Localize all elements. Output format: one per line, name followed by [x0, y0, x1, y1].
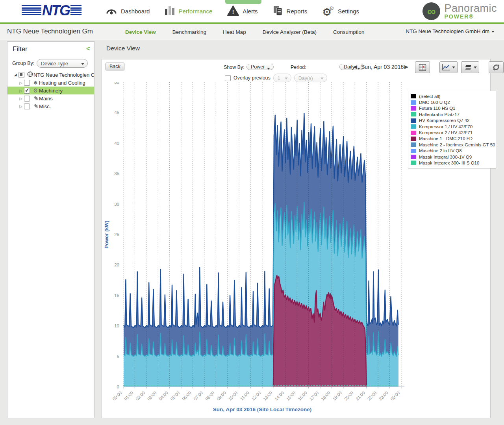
tree-item-mains[interactable]: ▷Mains — [7, 94, 94, 102]
chart-legend: (Select all)DMC 160 U Q2Futura 110 HS Q1… — [408, 91, 496, 168]
previous-day-button[interactable]: ◀ — [353, 64, 357, 70]
tree-item-ntg-neue-technologien-gr[interactable]: ◢NTG Neue Technologien Gr — [7, 71, 94, 79]
nav-item-performance[interactable]: Performance — [165, 5, 212, 18]
legend-item[interactable]: Hallenkrahn Platz17 — [411, 111, 493, 117]
expand-twisty-icon[interactable]: ▷ — [19, 89, 23, 93]
x-tick-label: 08:00 — [204, 390, 215, 401]
x-axis-title: Sun, Apr 03 2016 (Site Local Timezone) — [213, 407, 312, 412]
tree-item-heating-and-cooling[interactable]: ▷❄Heating and Cooling — [7, 79, 94, 87]
group-by-select[interactable]: Device Type — [37, 59, 88, 68]
gear-icon: ⚙⚙ — [322, 5, 334, 17]
expand-twisty-icon[interactable]: ▷ — [19, 104, 23, 109]
legend-swatch — [411, 155, 416, 159]
legend-item[interactable]: (Select all) — [411, 93, 493, 99]
device-tree: ◢NTG Neue Technologien Gr▷❄Heating and C… — [7, 71, 94, 110]
gear-icon: ⚙ — [32, 87, 39, 94]
legend-item[interactable]: Kompressor 1 / HV 42/F70 — [411, 124, 493, 129]
legend-item[interactable]: Maschine 2 - Iberimex Geminis GT 50 — [411, 142, 493, 148]
x-tick-label: 00:00 — [389, 390, 400, 401]
legend-label: Maschine 2 - Iberimex Geminis GT 50 — [419, 142, 495, 147]
reports-icon — [273, 5, 283, 18]
overlay-unit-select[interactable]: Day(s) — [294, 74, 327, 82]
legend-item[interactable]: Maschine 2 in HV Q8 — [411, 148, 493, 154]
y-tick-label: 20 — [114, 262, 119, 267]
tree-checkbox[interactable] — [24, 103, 30, 109]
x-tick-label: 14:00 — [274, 390, 285, 401]
tree-checkbox[interactable] — [24, 88, 30, 94]
tab-device-analyzer-beta-[interactable]: Device Analyzer (Beta) — [263, 29, 317, 35]
calendar-button[interactable] — [415, 61, 430, 73]
collapse-twisty-icon[interactable]: ◢ — [13, 73, 18, 77]
x-tick-label: 23:00 — [378, 390, 389, 401]
filter-panel: Filter < Group By: Device Type ◢NTG Neue… — [7, 41, 94, 418]
expand-twisty-icon[interactable]: ▷ — [19, 81, 23, 85]
chevron-down-icon — [321, 78, 324, 79]
x-tick-label: 18:00 — [320, 390, 331, 401]
nav-item-reports[interactable]: Reports — [273, 5, 308, 18]
next-day-button[interactable]: ▶ — [404, 64, 408, 70]
legend-item[interactable]: Futura 110 HS Q1 — [411, 105, 493, 111]
legend-item[interactable]: Mazak Integrex 300- III S Q10 — [411, 160, 493, 166]
nav-item-dashboard[interactable]: Dashboard — [106, 5, 150, 18]
chevron-down-icon — [357, 68, 360, 70]
legend-item[interactable]: DMC 160 U Q2 — [411, 99, 493, 105]
overlay-previous-label: Overlay previous — [233, 75, 271, 81]
device-view-panel: Back Show By: Power Period: Daily ◀ Sun,… — [102, 59, 491, 418]
back-button[interactable]: Back — [106, 63, 124, 70]
overlay-count-select[interactable]: 1 — [273, 74, 291, 82]
chevron-down-icon — [267, 68, 270, 70]
tab-benchmarking[interactable]: Benchmarking — [172, 29, 206, 35]
period-label: Period: — [291, 65, 306, 70]
tree-checkbox[interactable] — [19, 72, 24, 78]
show-by-select[interactable]: Power — [246, 64, 274, 70]
chart-type-button[interactable] — [439, 61, 458, 73]
site-selector-dropdown[interactable]: NTG Neue Technologien GmbH dm — [406, 28, 495, 34]
tab-consumption[interactable]: Consumption — [333, 29, 365, 35]
tree-checkbox[interactable] — [24, 96, 30, 102]
collapse-panel-button[interactable]: < — [86, 45, 90, 53]
tree-checkbox[interactable] — [24, 80, 30, 86]
tree-item-label: Mains — [39, 96, 53, 102]
tree-item-machinery[interactable]: ▷⚙Machinery — [7, 87, 94, 94]
tree-item-label: Heating and Cooling — [39, 80, 85, 86]
nav-item-alerts[interactable]: !Alerts — [227, 5, 258, 18]
tab-device-view[interactable]: Device View — [125, 29, 156, 35]
show-by-label: Show By: — [224, 65, 245, 70]
legend-label: DMC 160 U Q2 — [419, 100, 450, 105]
layers-button[interactable] — [461, 61, 479, 73]
nav-item-label: Settings — [338, 8, 359, 15]
legend-item[interactable]: HV Kompressoren Q7 42 — [411, 118, 493, 124]
legend-swatch — [411, 124, 416, 129]
nav-item-settings[interactable]: ⚙⚙Settings — [322, 5, 359, 17]
x-tick-label: 02:00 — [135, 390, 146, 401]
x-tick-label: 00:00 — [111, 390, 122, 401]
legend-swatch — [411, 161, 416, 165]
nav-item-label: Dashboard — [121, 8, 150, 15]
tab-heat-map[interactable]: Heat Map — [223, 29, 246, 35]
legend-item[interactable]: Maschine 1 - DMC 210 FD — [411, 136, 493, 142]
filter-title: Filter — [13, 45, 28, 53]
x-tick-label: 20:00 — [343, 390, 354, 401]
globe-icon — [26, 71, 33, 78]
refresh-button[interactable] — [489, 61, 504, 73]
legend-label: Kompressor 1 / HV 42/F70 — [419, 124, 472, 129]
x-tick-label: 09:00 — [216, 390, 227, 401]
legend-swatch — [411, 94, 416, 98]
overlay-previous-checkbox[interactable] — [225, 75, 231, 81]
tree-item-label: NTG Neue Technologien Gr — [33, 72, 94, 78]
tree-item-misc-[interactable]: ▷Misc. — [7, 102, 94, 110]
x-tick-label: 05:00 — [170, 390, 181, 401]
x-tick-label: 19:00 — [332, 390, 343, 401]
legend-item[interactable]: Mazak Integral 300-1V Q9 — [411, 154, 493, 160]
x-tick-label: 11:00 — [239, 390, 250, 401]
expand-twisty-icon[interactable]: ▷ — [19, 96, 23, 101]
period-select[interactable]: Daily — [339, 64, 364, 70]
y-tick-label: 10 — [114, 323, 119, 328]
legend-item[interactable]: Kompressor 2 / HV 42/F71 — [411, 129, 493, 135]
x-tick-label: 10:00 — [228, 390, 239, 401]
y-tick-label: 25 — [114, 232, 119, 237]
y-tick-label: 30 — [114, 202, 119, 207]
legend-swatch — [411, 131, 416, 135]
panoramic-power-logo: ∞ Panoramic POWER® — [422, 2, 497, 20]
x-tick-label: 13:00 — [262, 390, 273, 401]
